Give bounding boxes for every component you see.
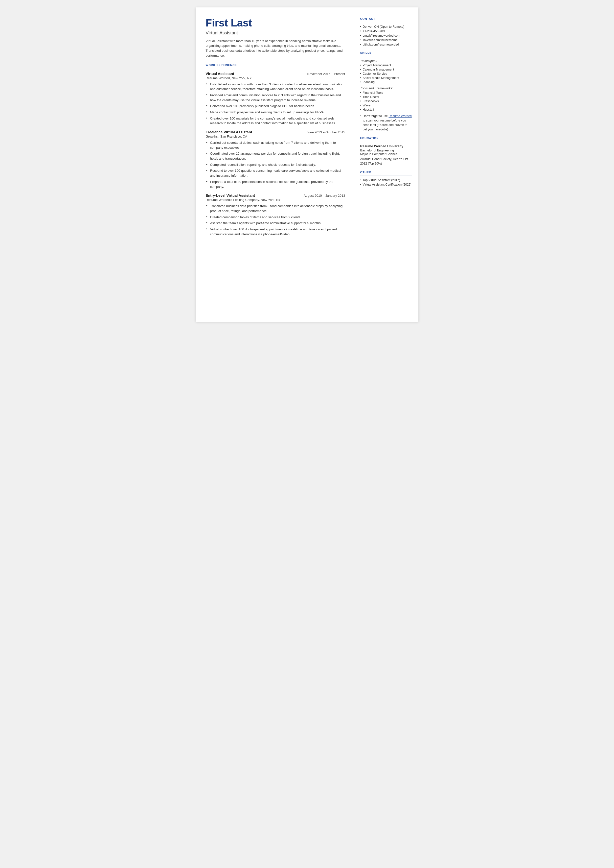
job-2-bullets: Carried out secretarial duties, such as … (206, 140, 345, 189)
other-section: OTHER Top Virtual Assistant (2017) Virtu… (360, 171, 412, 186)
list-item: Denver, OH (Open to Remote) (360, 25, 412, 28)
job-3-dates: August 2010 – January 2013 (304, 194, 345, 197)
techniques-label: Techniques: (360, 59, 412, 63)
list-item: linkedin.com/in/username (360, 38, 412, 42)
list-item: Translated business data priorities from… (206, 203, 345, 213)
education-section: EDUCATION Resume Worded University Bache… (360, 137, 412, 166)
job-3-title: Entry-Level Virtual Assistant (206, 194, 255, 197)
list-item: github.com/resumeworded (360, 43, 412, 46)
job-1-header: Virtual Assistant November 2015 – Presen… (206, 72, 345, 76)
list-item: Social Media Management (360, 76, 412, 80)
other-list: Top Virtual Assistant (2017) Virtual Ass… (360, 179, 412, 186)
contact-label: CONTACT (360, 17, 412, 20)
list-item: Carried out secretarial duties, such as … (206, 140, 345, 150)
list-item: Project Management (360, 64, 412, 67)
list-item: Established a connection with more than … (206, 82, 345, 92)
other-divider (360, 175, 412, 175)
job-1-company: Resume Worded, New York, NY (206, 76, 345, 80)
list-item: Virtual scribed over 100 doctor-patient … (206, 227, 345, 236)
skills-section: SKILLS Techniques: Project Management Ca… (360, 51, 412, 132)
education-label: EDUCATION (360, 137, 412, 140)
contact-list: Denver, OH (Open to Remote) +1-234-456-7… (360, 25, 412, 46)
list-item: Top Virtual Assistant (2017) (360, 179, 412, 182)
list-item: email@resumeworded.com (360, 34, 412, 37)
list-item: Converted over 100 previously published … (206, 104, 345, 109)
other-label: OTHER (360, 171, 412, 174)
list-item: Made contact with prospective and existi… (206, 110, 345, 115)
education-divider (360, 141, 412, 141)
job-2-company: Growthsi, San Francisco, CA (206, 135, 345, 138)
edu-major: Major in Computer Science (360, 152, 412, 156)
job-2-title: Freelance Virtual Assistant (206, 130, 252, 134)
job-1-title: Virtual Assistant (206, 72, 234, 76)
job-1-bullets: Established a connection with more than … (206, 82, 345, 126)
list-item: Planning (360, 81, 412, 84)
candidate-summary: Virtual Assistant with more than 10 year… (206, 39, 345, 58)
tools-label: Tools and Frameworks: (360, 86, 412, 90)
list-item: Customer Service (360, 72, 412, 76)
job-3-company: Resume Worded's Exciting Company, New Yo… (206, 198, 345, 202)
list-item: Freshbooks (360, 99, 412, 103)
skills-label: SKILLS (360, 51, 412, 54)
tools-list: Financial Tools Time Doctor Freshbooks W… (360, 91, 412, 111)
job-2-dates: June 2013 – October 2015 (307, 130, 345, 134)
job-3-bullets: Translated business data priorities from… (206, 203, 345, 236)
list-item: Completed reconciliation, reporting, and… (206, 162, 345, 167)
list-item: +1-234-456-789 (360, 30, 412, 33)
edu-institution: Resume Worded University (360, 144, 412, 148)
candidate-title: Virtual Assistant (206, 30, 345, 36)
skills-note: Don't forget to use Resume Worded to sca… (360, 114, 412, 132)
list-item: Respond to over 100 questions concerning… (206, 168, 345, 178)
right-column: CONTACT Denver, OH (Open to Remote) +1-2… (354, 8, 419, 321)
work-experience-divider (206, 68, 345, 68)
list-item: Created comparison tables of items and s… (206, 215, 345, 220)
techniques-list: Project Management Calendar Management C… (360, 64, 412, 84)
list-item: Wave (360, 104, 412, 107)
contact-section: CONTACT Denver, OH (Open to Remote) +1-2… (360, 17, 412, 46)
candidate-name: First Last (206, 17, 345, 29)
list-item: Provided email and communication service… (206, 93, 345, 102)
resume-worded-link[interactable]: Resume Worded (389, 114, 411, 118)
list-item: Created over 100 materials for the compa… (206, 116, 345, 126)
left-column: First Last Virtual Assistant Virtual Ass… (196, 8, 354, 321)
resume-page: First Last Virtual Assistant Virtual Ass… (196, 8, 419, 321)
edu-awards: Awards: Honor Society, Dean's List 2012 … (360, 157, 412, 166)
list-item: Assisted the team's agents with part-tim… (206, 221, 345, 226)
list-item: Financial Tools (360, 91, 412, 95)
skills-divider (360, 56, 412, 56)
edu-degree: Bachelor of Engineering (360, 149, 412, 152)
list-item: Calendar Management (360, 68, 412, 71)
list-item: Coordinated over 10 arrangements per day… (206, 151, 345, 161)
list-item: Prepared a total of 30 presentations in … (206, 179, 345, 189)
list-item: Virtual Assistant Certification (2022) (360, 183, 412, 186)
list-item: Hubstaff (360, 108, 412, 111)
job-1-dates: November 2015 – Present (307, 72, 345, 76)
list-item: Time Doctor (360, 95, 412, 99)
work-experience-label: WORK EXPERIENCE (206, 64, 345, 67)
job-2-header: Freelance Virtual Assistant June 2013 – … (206, 130, 345, 134)
job-3-header: Entry-Level Virtual Assistant August 201… (206, 194, 345, 197)
